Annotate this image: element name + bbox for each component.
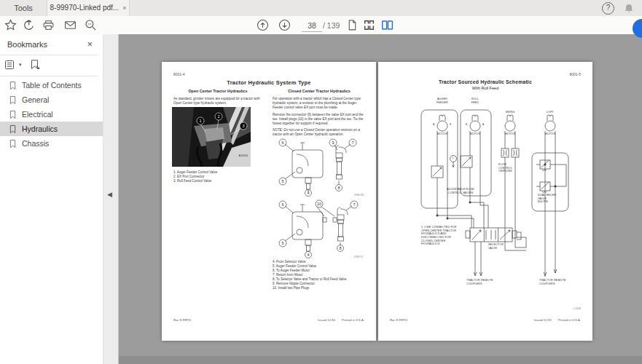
column-heading: Closed Center Tractor Hydraulics (271, 89, 367, 93)
previous-page-icon[interactable] (257, 19, 269, 31)
diagram-callout: 6 (281, 141, 283, 145)
body-paragraph: For operation with a tractor which has a… (273, 97, 366, 110)
close-tab-icon[interactable]: × (122, 0, 126, 16)
page-number-input[interactable] (302, 20, 322, 32)
diagram-callout: 7 (353, 202, 355, 207)
bookmark-icon (9, 124, 17, 134)
continuous-scroll-icon[interactable] (363, 19, 375, 31)
footer-doc-code: Rac 8-99970 (390, 318, 407, 322)
close-bookmarks-icon[interactable]: × (87, 39, 93, 50)
bookmark-icon (9, 110, 17, 119)
label-flow-control-orifices: FLOW CONTROL ORIFICES (498, 163, 512, 173)
hydraulic-schematic: AUGER FEEDER ROLL FEED SWING LOFT MOTOR … (396, 95, 575, 302)
page-footer: Rac 8-99970 Issued 12-80 Printed in U.S.… (173, 318, 364, 322)
pdf-page-right: 8001-5 Tractor Sourced Hydraulic Schemat… (378, 62, 592, 341)
bookmarks-panel: Bookmarks × ▾ Table of Contents General … (0, 34, 103, 364)
page-subtitle: With Roll Feed (378, 86, 592, 90)
circuit-label-loft: LOFT (547, 111, 554, 114)
sidebar-item-chassis[interactable]: Chassis (0, 136, 103, 151)
horizontal-scrollbar[interactable] (119, 356, 642, 364)
sidebar-item-electrical[interactable]: Electrical (0, 107, 103, 122)
circuit-label-auger-feeder: AUGER FEEDER (437, 98, 448, 104)
bookmark-list: Table of Contents General Electrical Hyd… (0, 78, 103, 151)
document-viewport: 8001-4 Tractor Hydraulic System Type Ope… (119, 34, 642, 364)
divider (0, 76, 98, 76)
legend-line: 10. Install two Pipe Plugs (273, 286, 369, 290)
diagram-callout: 8 (339, 246, 341, 250)
bookmark-icon (9, 139, 17, 149)
diagram-callout: 8 (337, 186, 340, 190)
note-paragraph: NOTE: Do not use a Closed Center operati… (273, 128, 366, 137)
bookmark-label: Table of Contents (22, 81, 82, 90)
page-title: Tractor Hydraulic System Type (162, 79, 376, 86)
motor-label: MOTOR (470, 132, 480, 136)
diagram-callout: 5 (281, 179, 283, 183)
tab-tools[interactable]: Tools (0, 0, 47, 16)
bookmark-label: Hydraulics (22, 124, 58, 133)
bell-icon[interactable] (623, 3, 635, 15)
diagram-callout: 9 (332, 141, 334, 145)
app-window: { "tab_bar": { "tools_label": "Tools", "… (0, 0, 642, 364)
photo-caption-list: 1. Auger Feeder Control Valve 2. EX Port… (173, 170, 265, 183)
body-paragraph: Remove the connector (9) between the val… (273, 113, 366, 126)
diagram-callout: 6 (281, 202, 283, 207)
divider (0, 55, 98, 55)
open-center-note: 1. LINE CONNECTED FOR OPEN-CENTER TRACTO… (421, 226, 457, 246)
legend-list: 4. From Selector Valve 5. Auger Feeder C… (273, 260, 369, 290)
email-icon[interactable] (64, 19, 77, 31)
tab-bar: Tools 8-99970-Linked pdf... × ? (0, 0, 642, 17)
photo-code: A13594 (239, 154, 248, 157)
bookmark-label: Chassis (22, 139, 49, 148)
label-tractor-remote-couplers-left: TRACTOR REMOTE COUPLERS (466, 279, 493, 285)
page-count-label: / 139 (323, 21, 340, 30)
diagram-callout: 7 (351, 141, 353, 145)
motor-label: MOTOR (505, 132, 515, 136)
label-adjustable-flow-control-valves: ADJUSTABLE FLOW CONTROL VALVES (447, 188, 474, 194)
diagram-callout: 4 (307, 253, 309, 257)
print-icon[interactable] (42, 19, 55, 31)
photo-callout: 2 (217, 114, 219, 119)
single-page-icon[interactable] (346, 19, 359, 31)
sidebar-item-hydraulics[interactable]: Hydraulics (0, 122, 103, 136)
port-letter: B (450, 123, 451, 126)
document-tab-title: 8-99970-Linked pdf... (50, 0, 120, 16)
find-bookmark-icon[interactable] (29, 59, 41, 71)
facing-pages-icon[interactable] (381, 19, 394, 31)
bookmark-options-icon[interactable] (4, 59, 16, 71)
sidebar-item-general[interactable]: General (0, 92, 103, 107)
options-caret-icon[interactable]: ▾ (19, 62, 22, 68)
collapse-sidebar-icon[interactable]: ◀ (107, 191, 112, 198)
circuit-label-roll-feed: ROLL FEED (471, 98, 479, 104)
plumbing-diagram-open-center: 6 5 4 9 7 8 67BUYB (275, 137, 367, 197)
page-number: 8001-5 (569, 72, 581, 76)
share-icon[interactable] (23, 19, 35, 31)
footer-printed: Printed in U.S.A. (342, 318, 364, 322)
port-letter: A (433, 123, 434, 126)
port-letter: B (466, 123, 467, 126)
plumbing-diagram-closed-center: 6 10 7 5 4 8 67BUYC (275, 199, 367, 259)
search-zoom-icon[interactable] (85, 19, 97, 31)
body-paragraph: As standard, grinder mixers are equipped… (173, 97, 261, 106)
sidebar-collapse-strip: ◀ (103, 34, 119, 364)
schematic-callout-1: 1 (453, 157, 454, 159)
diagram-callout: 5 (281, 241, 283, 245)
footer-doc-code: Rac 8-99970 (173, 318, 191, 322)
favorite-star-icon[interactable] (4, 19, 17, 31)
help-icon[interactable]: ? (602, 2, 614, 15)
tab-document[interactable]: 8-99970-Linked pdf... × (47, 0, 130, 16)
page-number: 8001-4 (173, 72, 185, 76)
bookmarks-title: Bookmarks (7, 40, 47, 49)
circuit-label-swing: SWING (505, 111, 514, 114)
footer-issued: Issued 12-80 (318, 318, 335, 322)
sidebar-item-table-of-contents[interactable]: Table of Contents (0, 78, 103, 92)
page-footer: Rac 8-99970 Issued 12-82 Printed in U.S.… (390, 318, 581, 322)
schematic-code: C74J8 (574, 307, 581, 310)
next-page-icon[interactable] (278, 19, 291, 31)
bookmark-icon (9, 95, 17, 105)
motor-label: MOTOR (437, 132, 447, 136)
label-tractor-remote-couplers-right: TRACTOR REMOTE COUPLERS (539, 279, 566, 285)
motor-label: MOTOR (545, 132, 555, 136)
page-title: Tractor Sourced Hydraulic Schematic (378, 79, 592, 84)
bookmark-label: General (22, 95, 49, 104)
main-toolbar: / 139 (0, 16, 642, 35)
